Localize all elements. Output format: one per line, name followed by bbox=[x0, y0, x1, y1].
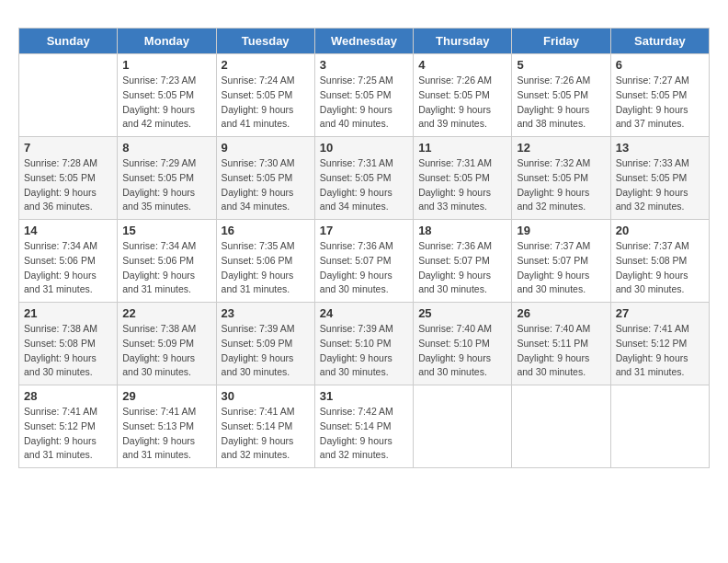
day-number: 8 bbox=[122, 141, 210, 155]
day-number: 3 bbox=[320, 58, 408, 72]
day-number: 4 bbox=[418, 58, 506, 72]
calendar-cell: 24Sunrise: 7:39 AMSunset: 5:10 PMDayligh… bbox=[314, 303, 413, 385]
weekday-header-sunday: Sunday bbox=[19, 29, 118, 54]
calendar-cell: 28Sunrise: 7:41 AMSunset: 5:12 PMDayligh… bbox=[19, 385, 118, 468]
day-number: 29 bbox=[122, 389, 210, 403]
day-info: Sunrise: 7:29 AMSunset: 5:05 PMDaylight:… bbox=[122, 156, 210, 214]
day-number: 5 bbox=[517, 58, 605, 72]
calendar-cell bbox=[512, 385, 610, 468]
weekday-header-friday: Friday bbox=[512, 29, 610, 54]
day-number: 17 bbox=[320, 224, 408, 237]
calendar-cell: 10Sunrise: 7:31 AMSunset: 5:05 PMDayligh… bbox=[314, 137, 413, 220]
day-info: Sunrise: 7:30 AMSunset: 5:05 PMDaylight:… bbox=[222, 156, 310, 214]
day-number: 24 bbox=[320, 306, 408, 320]
weekday-header-saturday: Saturday bbox=[610, 29, 709, 54]
calendar-cell: 30Sunrise: 7:41 AMSunset: 5:14 PMDayligh… bbox=[216, 385, 314, 468]
day-number: 10 bbox=[320, 141, 408, 155]
calendar-cell: 21Sunrise: 7:38 AMSunset: 5:08 PMDayligh… bbox=[19, 303, 118, 385]
day-number: 23 bbox=[222, 306, 310, 320]
day-number: 19 bbox=[517, 224, 605, 237]
day-number: 31 bbox=[320, 389, 408, 403]
day-info: Sunrise: 7:24 AMSunset: 5:05 PMDaylight:… bbox=[222, 74, 310, 132]
calendar-cell: 14Sunrise: 7:34 AMSunset: 5:06 PMDayligh… bbox=[19, 220, 118, 303]
calendar-cell: 18Sunrise: 7:36 AMSunset: 5:07 PMDayligh… bbox=[414, 220, 512, 303]
day-info: Sunrise: 7:41 AMSunset: 5:13 PMDaylight:… bbox=[122, 405, 210, 463]
day-info: Sunrise: 7:40 AMSunset: 5:11 PMDaylight:… bbox=[517, 322, 605, 380]
calendar-cell: 5Sunrise: 7:26 AMSunset: 5:05 PMDaylight… bbox=[512, 54, 610, 137]
calendar-cell bbox=[414, 385, 512, 468]
calendar-cell bbox=[610, 385, 709, 468]
calendar-week-5: 28Sunrise: 7:41 AMSunset: 5:12 PMDayligh… bbox=[19, 385, 710, 468]
day-info: Sunrise: 7:40 AMSunset: 5:10 PMDaylight:… bbox=[418, 322, 506, 380]
calendar-cell: 12Sunrise: 7:32 AMSunset: 5:05 PMDayligh… bbox=[512, 137, 610, 220]
day-info: Sunrise: 7:28 AMSunset: 5:05 PMDaylight:… bbox=[24, 156, 112, 214]
calendar-cell: 26Sunrise: 7:40 AMSunset: 5:11 PMDayligh… bbox=[512, 303, 610, 385]
calendar-cell: 23Sunrise: 7:39 AMSunset: 5:09 PMDayligh… bbox=[216, 303, 314, 385]
weekday-header-monday: Monday bbox=[118, 29, 216, 54]
calendar-cell: 2Sunrise: 7:24 AMSunset: 5:05 PMDaylight… bbox=[216, 54, 314, 137]
day-info: Sunrise: 7:31 AMSunset: 5:05 PMDaylight:… bbox=[418, 156, 506, 214]
calendar-week-2: 7Sunrise: 7:28 AMSunset: 5:05 PMDaylight… bbox=[19, 137, 710, 220]
calendar-cell: 25Sunrise: 7:40 AMSunset: 5:10 PMDayligh… bbox=[414, 303, 512, 385]
day-number: 21 bbox=[24, 306, 112, 320]
calendar-cell: 15Sunrise: 7:34 AMSunset: 5:06 PMDayligh… bbox=[118, 220, 216, 303]
calendar-cell: 3Sunrise: 7:25 AMSunset: 5:05 PMDaylight… bbox=[314, 54, 413, 137]
calendar-header-row: SundayMondayTuesdayWednesdayThursdayFrid… bbox=[19, 29, 710, 54]
day-number: 27 bbox=[616, 306, 704, 320]
calendar-cell: 19Sunrise: 7:37 AMSunset: 5:07 PMDayligh… bbox=[512, 220, 610, 303]
day-number: 2 bbox=[222, 58, 310, 72]
day-info: Sunrise: 7:34 AMSunset: 5:06 PMDaylight:… bbox=[122, 239, 210, 297]
day-number: 26 bbox=[517, 306, 605, 320]
day-info: Sunrise: 7:35 AMSunset: 5:06 PMDaylight:… bbox=[222, 239, 310, 297]
day-info: Sunrise: 7:36 AMSunset: 5:07 PMDaylight:… bbox=[418, 239, 506, 297]
day-info: Sunrise: 7:39 AMSunset: 5:10 PMDaylight:… bbox=[320, 322, 408, 380]
day-number: 25 bbox=[418, 306, 506, 320]
calendar-table: SundayMondayTuesdayWednesdayThursdayFrid… bbox=[18, 28, 710, 468]
day-number: 20 bbox=[616, 224, 704, 237]
calendar-cell: 29Sunrise: 7:41 AMSunset: 5:13 PMDayligh… bbox=[118, 385, 216, 468]
weekday-header-tuesday: Tuesday bbox=[216, 29, 314, 54]
calendar-cell bbox=[19, 54, 118, 137]
day-number: 16 bbox=[222, 224, 310, 237]
day-info: Sunrise: 7:37 AMSunset: 5:07 PMDaylight:… bbox=[517, 239, 605, 297]
day-info: Sunrise: 7:34 AMSunset: 5:06 PMDaylight:… bbox=[24, 239, 112, 297]
day-info: Sunrise: 7:25 AMSunset: 5:05 PMDaylight:… bbox=[320, 74, 408, 132]
calendar-cell: 17Sunrise: 7:36 AMSunset: 5:07 PMDayligh… bbox=[314, 220, 413, 303]
day-number: 14 bbox=[24, 224, 112, 237]
calendar-week-3: 14Sunrise: 7:34 AMSunset: 5:06 PMDayligh… bbox=[19, 220, 710, 303]
day-number: 13 bbox=[616, 141, 704, 155]
day-info: Sunrise: 7:23 AMSunset: 5:05 PMDaylight:… bbox=[122, 74, 210, 132]
day-number: 12 bbox=[517, 141, 605, 155]
day-number: 15 bbox=[122, 224, 210, 237]
day-info: Sunrise: 7:36 AMSunset: 5:07 PMDaylight:… bbox=[320, 239, 408, 297]
day-info: Sunrise: 7:38 AMSunset: 5:09 PMDaylight:… bbox=[122, 322, 210, 380]
calendar-cell: 13Sunrise: 7:33 AMSunset: 5:05 PMDayligh… bbox=[610, 137, 709, 220]
day-info: Sunrise: 7:32 AMSunset: 5:05 PMDaylight:… bbox=[517, 156, 605, 214]
calendar-cell: 4Sunrise: 7:26 AMSunset: 5:05 PMDaylight… bbox=[414, 54, 512, 137]
day-info: Sunrise: 7:26 AMSunset: 5:05 PMDaylight:… bbox=[418, 74, 506, 132]
calendar-cell: 7Sunrise: 7:28 AMSunset: 5:05 PMDaylight… bbox=[19, 137, 118, 220]
day-info: Sunrise: 7:33 AMSunset: 5:05 PMDaylight:… bbox=[616, 156, 704, 214]
day-number: 6 bbox=[616, 58, 704, 72]
day-info: Sunrise: 7:31 AMSunset: 5:05 PMDaylight:… bbox=[320, 156, 408, 214]
calendar-cell: 16Sunrise: 7:35 AMSunset: 5:06 PMDayligh… bbox=[216, 220, 314, 303]
calendar-cell: 27Sunrise: 7:41 AMSunset: 5:12 PMDayligh… bbox=[610, 303, 709, 385]
day-number: 1 bbox=[122, 58, 210, 72]
calendar-cell: 9Sunrise: 7:30 AMSunset: 5:05 PMDaylight… bbox=[216, 137, 314, 220]
day-info: Sunrise: 7:42 AMSunset: 5:14 PMDaylight:… bbox=[320, 405, 408, 463]
day-info: Sunrise: 7:41 AMSunset: 5:12 PMDaylight:… bbox=[24, 405, 112, 463]
calendar-cell: 31Sunrise: 7:42 AMSunset: 5:14 PMDayligh… bbox=[314, 385, 413, 468]
calendar-cell: 22Sunrise: 7:38 AMSunset: 5:09 PMDayligh… bbox=[118, 303, 216, 385]
day-number: 18 bbox=[418, 224, 506, 237]
calendar-cell: 20Sunrise: 7:37 AMSunset: 5:08 PMDayligh… bbox=[610, 220, 709, 303]
day-info: Sunrise: 7:26 AMSunset: 5:05 PMDaylight:… bbox=[517, 74, 605, 132]
calendar-cell: 8Sunrise: 7:29 AMSunset: 5:05 PMDaylight… bbox=[118, 137, 216, 220]
calendar-week-1: 1Sunrise: 7:23 AMSunset: 5:05 PMDaylight… bbox=[19, 54, 710, 137]
day-info: Sunrise: 7:41 AMSunset: 5:14 PMDaylight:… bbox=[222, 405, 310, 463]
calendar-cell: 11Sunrise: 7:31 AMSunset: 5:05 PMDayligh… bbox=[414, 137, 512, 220]
weekday-header-thursday: Thursday bbox=[414, 29, 512, 54]
calendar-week-4: 21Sunrise: 7:38 AMSunset: 5:08 PMDayligh… bbox=[19, 303, 710, 385]
day-info: Sunrise: 7:38 AMSunset: 5:08 PMDaylight:… bbox=[24, 322, 112, 380]
calendar-cell: 1Sunrise: 7:23 AMSunset: 5:05 PMDaylight… bbox=[118, 54, 216, 137]
day-number: 28 bbox=[24, 389, 112, 403]
